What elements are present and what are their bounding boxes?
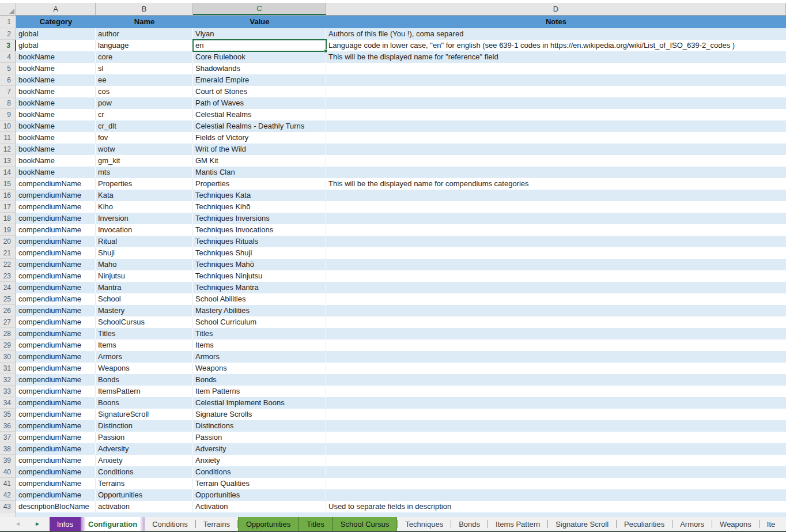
- cell-value[interactable]: Shadowlands: [193, 63, 326, 74]
- cell-notes[interactable]: [326, 236, 786, 247]
- cell-notes[interactable]: [326, 213, 786, 224]
- cell-value[interactable]: Techniques Shuji: [193, 247, 326, 259]
- cell-name[interactable]: cos: [96, 86, 193, 97]
- column-header-a[interactable]: A: [16, 3, 96, 15]
- cell-name[interactable]: Maho: [96, 259, 193, 270]
- cell-notes[interactable]: [326, 466, 786, 478]
- cell-value[interactable]: en: [193, 40, 326, 51]
- cell-value[interactable]: Core Rulebook: [193, 51, 326, 63]
- cell-name[interactable]: Armors: [96, 351, 193, 363]
- row-number[interactable]: 38: [0, 443, 16, 455]
- cell-value[interactable]: Conditions: [193, 466, 326, 478]
- cell-value[interactable]: Techniques Rituals: [193, 236, 326, 247]
- cell-name[interactable]: sl: [96, 63, 193, 74]
- cell-value[interactable]: Celestial Realms - Deathly Turns: [193, 120, 326, 132]
- cell-notes[interactable]: [326, 247, 786, 259]
- cell-name[interactable]: Kata: [96, 190, 193, 201]
- cell-name[interactable]: cr_dlt: [96, 120, 193, 132]
- cell-category[interactable]: compendiumName: [16, 386, 96, 397]
- row-number[interactable]: 30: [0, 351, 16, 363]
- cell-name[interactable]: Ritual: [96, 236, 193, 247]
- row-number[interactable]: 33: [0, 386, 16, 397]
- cell-name[interactable]: SchoolCursus: [96, 316, 193, 328]
- row-number[interactable]: 21: [0, 247, 16, 259]
- cell-value[interactable]: Writ of the Wild: [193, 144, 326, 155]
- cell-name[interactable]: SignatureScroll: [96, 409, 193, 420]
- cell-category[interactable]: compendiumName: [16, 293, 96, 305]
- cell-value[interactable]: Weapons: [193, 363, 326, 374]
- cell-category[interactable]: descriptionBlocName: [16, 501, 96, 512]
- cell-notes[interactable]: [326, 363, 786, 374]
- row-number[interactable]: 10: [0, 120, 16, 132]
- cell-notes[interactable]: [326, 478, 786, 489]
- table-header-notes[interactable]: Notes: [326, 16, 786, 28]
- row-number[interactable]: 28: [0, 328, 16, 339]
- cell-name[interactable]: Passion: [96, 432, 193, 443]
- cell-category[interactable]: compendiumName: [16, 316, 96, 328]
- tabs-scroll-left-icon[interactable]: ◄: [15, 521, 21, 527]
- cell-category[interactable]: compendiumName: [16, 432, 96, 443]
- cell-notes[interactable]: [326, 397, 786, 409]
- sheet-tab-peculiarities[interactable]: Peculiarities: [617, 517, 672, 531]
- row-number[interactable]: 31: [0, 363, 16, 374]
- cell-value[interactable]: School Abilities: [193, 293, 326, 305]
- row-number[interactable]: 41: [0, 478, 16, 489]
- cell-category[interactable]: bookName: [16, 144, 96, 155]
- cell-value[interactable]: Techniques Invocations: [193, 224, 326, 236]
- row-number[interactable]: 25: [0, 293, 16, 305]
- cell-name[interactable]: Ninjutsu: [96, 270, 193, 282]
- sheet-tab-bonds[interactable]: Bonds: [451, 517, 488, 531]
- table-header-category[interactable]: Category: [16, 16, 96, 28]
- cell-notes[interactable]: [326, 432, 786, 443]
- cell-name[interactable]: Anxiety: [96, 455, 193, 466]
- cell-category[interactable]: global: [16, 28, 96, 40]
- cell-value[interactable]: Passion: [193, 432, 326, 443]
- cell-notes[interactable]: [326, 328, 786, 339]
- cell-name[interactable]: Shuji: [96, 247, 193, 259]
- row-number[interactable]: 29: [0, 339, 16, 351]
- row-number[interactable]: 5: [0, 63, 16, 74]
- cell-category[interactable]: bookName: [16, 74, 96, 86]
- cell-notes[interactable]: [326, 120, 786, 132]
- cell-value[interactable]: Techniques Ninjutsu: [193, 270, 326, 282]
- cell-name[interactable]: Bonds: [96, 374, 193, 386]
- row-number[interactable]: 7: [0, 86, 16, 97]
- cell-notes[interactable]: [326, 201, 786, 213]
- column-header-d[interactable]: D: [326, 3, 786, 15]
- cell-notes[interactable]: [326, 109, 786, 120]
- table-header-value[interactable]: Value: [193, 16, 326, 28]
- row-number[interactable]: 6: [0, 74, 16, 86]
- cell-name[interactable]: fov: [96, 132, 193, 144]
- cell-category[interactable]: compendiumName: [16, 178, 96, 190]
- cell-category[interactable]: compendiumName: [16, 190, 96, 201]
- cell-value[interactable]: Adversity: [193, 443, 326, 455]
- cell-name[interactable]: Mantra: [96, 282, 193, 293]
- cell-notes[interactable]: [326, 386, 786, 397]
- cell-category[interactable]: compendiumName: [16, 397, 96, 409]
- sheet-tab-opportunities[interactable]: Opportunities: [238, 517, 298, 531]
- row-number[interactable]: 16: [0, 190, 16, 201]
- cell-notes[interactable]: Language code in lower case, "en" for en…: [326, 40, 786, 51]
- cell-category[interactable]: compendiumName: [16, 443, 96, 455]
- cell-category[interactable]: bookName: [16, 97, 96, 109]
- cell-value[interactable]: Techniques Inversions: [193, 213, 326, 224]
- row-number[interactable]: 26: [0, 305, 16, 316]
- cell-value[interactable]: Vlyan: [193, 28, 326, 40]
- cell-category[interactable]: bookName: [16, 51, 96, 63]
- row-number[interactable]: 39: [0, 455, 16, 466]
- cell-notes[interactable]: [326, 316, 786, 328]
- cell-name[interactable]: core: [96, 51, 193, 63]
- row-number[interactable]: 9: [0, 109, 16, 120]
- cell-name[interactable]: Titles: [96, 328, 193, 339]
- cell-category[interactable]: compendiumName: [16, 213, 96, 224]
- row-number[interactable]: 24: [0, 282, 16, 293]
- cell-notes[interactable]: [326, 420, 786, 432]
- row-number[interactable]: 3: [0, 40, 16, 51]
- cell-name[interactable]: Weapons: [96, 363, 193, 374]
- cell-notes[interactable]: [326, 190, 786, 201]
- cell-value[interactable]: Anxiety: [193, 455, 326, 466]
- cell-value[interactable]: Activation: [193, 501, 326, 512]
- cell-value[interactable]: GM Kit: [193, 155, 326, 167]
- cell-name[interactable]: Properties: [96, 178, 193, 190]
- cell-category[interactable]: global: [16, 40, 96, 51]
